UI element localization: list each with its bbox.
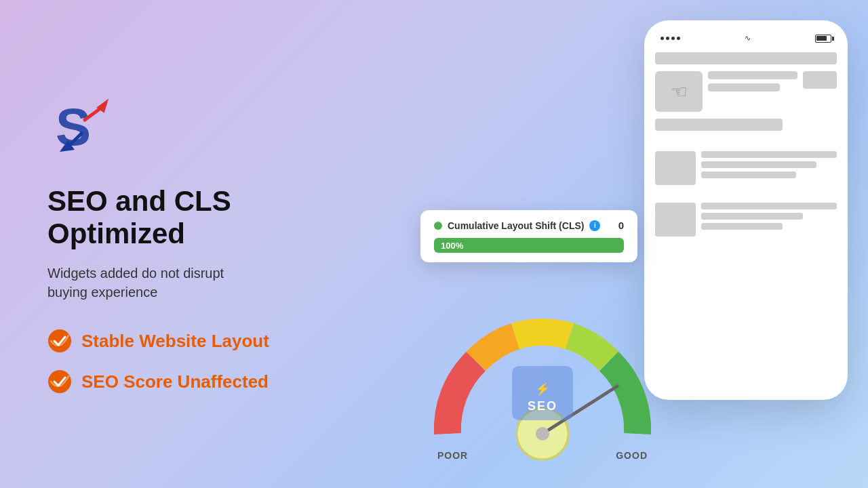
phone-row-2 xyxy=(655,151,837,185)
gauge-label-good: GOOD xyxy=(616,450,648,461)
svg-point-9 xyxy=(536,427,549,441)
svg-text:S: S xyxy=(56,97,91,157)
phone-dot xyxy=(671,37,675,40)
cls-progress-text: 100% xyxy=(441,241,463,251)
phone-sq-block xyxy=(655,151,696,185)
brand-logo: S xyxy=(47,94,115,162)
phone-img-block: ☜ xyxy=(655,71,703,112)
phone-dot xyxy=(660,37,664,40)
cls-green-dot xyxy=(434,222,442,230)
phone-row-1: ☜ xyxy=(655,71,837,112)
phone-content: ☜ xyxy=(655,52,837,237)
phone-sq-block-2 xyxy=(655,203,696,237)
phone-small-block xyxy=(708,71,797,79)
check-icon-seo xyxy=(47,369,72,394)
feature-text-stable: Stable Website Layout xyxy=(81,331,269,352)
cls-card-title: Cumulative Layout Shift (CLS) i xyxy=(434,220,600,231)
phone-battery-icon xyxy=(815,35,831,43)
cls-card-header: Cumulative Layout Shift (CLS) i 0 xyxy=(434,220,624,231)
cls-progress-bar: 100% xyxy=(434,238,624,253)
cursor-icon: ☜ xyxy=(671,81,688,103)
phone-dot xyxy=(677,37,680,40)
main-container: S SEO and CLS Optimized Widgets added do… xyxy=(0,0,868,488)
logo-area: S xyxy=(47,94,332,165)
svg-text:SEO: SEO xyxy=(528,399,557,413)
seo-gauge-container: ⚡ SEO POOR GOOD xyxy=(407,312,678,481)
phone-text-group xyxy=(701,151,837,185)
cls-card: Cumulative Layout Shift (CLS) i 0 100% xyxy=(420,210,637,262)
feature-item-stable: Stable Website Layout xyxy=(47,329,332,353)
phone-small-block xyxy=(803,71,837,89)
phone-text-group-2 xyxy=(701,203,837,237)
check-icon-stable xyxy=(47,329,72,353)
phone-wifi-icon: ∿ xyxy=(745,34,751,43)
svg-text:⚡: ⚡ xyxy=(535,382,551,396)
feature-list: Stable Website Layout SEO Score Unaffect… xyxy=(47,329,332,394)
left-panel: S SEO and CLS Optimized Widgets added do… xyxy=(0,54,380,435)
right-panel: ∿ ☜ xyxy=(380,0,868,488)
cls-score: 0 xyxy=(618,220,624,231)
feature-item-seo: SEO Score Unaffected xyxy=(47,369,332,394)
main-heading: SEO and CLS Optimized xyxy=(47,185,332,251)
phone-medium-block xyxy=(655,119,783,131)
phone-small-block xyxy=(708,83,780,92)
seo-gauge-svg: ⚡ SEO xyxy=(407,312,678,461)
feature-text-seo: SEO Score Unaffected xyxy=(81,371,269,392)
phone-content-block xyxy=(655,52,837,64)
cls-info-icon[interactable]: i xyxy=(589,220,600,231)
phone-battery-fill xyxy=(816,36,827,41)
phone-dots xyxy=(660,37,680,40)
phone-dot xyxy=(666,37,669,40)
sub-heading: Widgets added do not disrupt buying expe… xyxy=(47,264,332,302)
gauge-label-poor: POOR xyxy=(437,450,468,461)
phone-status-bar: ∿ xyxy=(655,34,837,43)
phone-row-3 xyxy=(655,203,837,237)
